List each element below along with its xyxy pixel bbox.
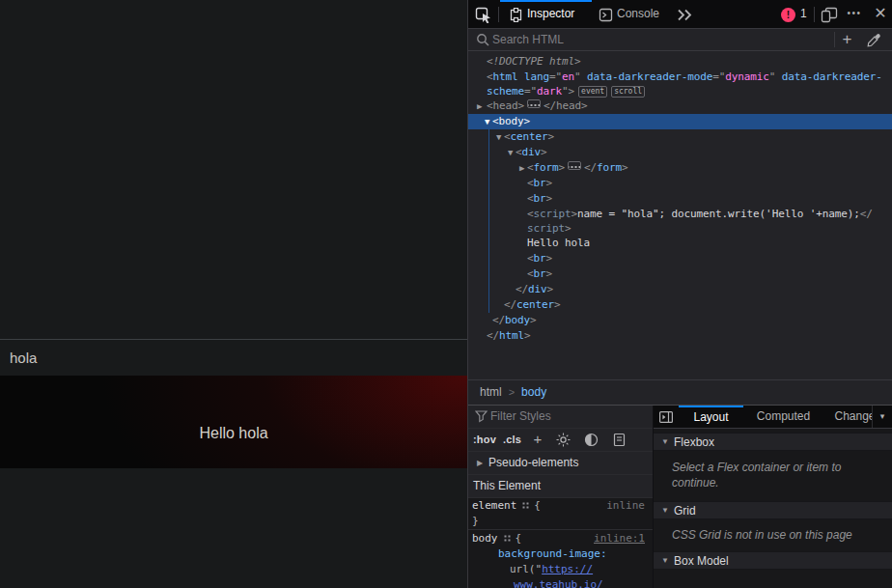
toolbar-separator — [814, 7, 815, 22]
pick-element-icon[interactable] — [475, 7, 492, 23]
markup-line-div-close[interactable]: </div> — [468, 282, 892, 297]
filter-styles-input[interactable]: Filter Styles — [490, 406, 551, 428]
all-tabs-dropdown-icon[interactable]: ▾ — [872, 406, 892, 428]
collapse-arrow-icon[interactable]: ▼ — [508, 145, 513, 160]
collapse-arrow-icon[interactable]: ▼ — [496, 129, 501, 145]
markup-line-body-close[interactable]: </body> — [468, 313, 892, 328]
rules-list: element{inline } body{inline:1 backgroun… — [468, 498, 653, 588]
inline-expander-icon[interactable]: ⋯ — [568, 161, 581, 170]
markup-line-doctype[interactable]: <!DOCTYPE html> — [468, 54, 892, 70]
markup-line-center-close[interactable]: </center> — [468, 297, 892, 313]
markup-token: center — [516, 298, 554, 311]
tab-layout[interactable]: Layout — [679, 406, 743, 428]
value-url-link[interactable]: www.teahub.io/ — [514, 578, 603, 588]
print-simulation-icon[interactable] — [613, 433, 626, 447]
collapse-arrow-icon: ▼ — [661, 502, 669, 519]
add-rule-icon[interactable]: + — [839, 29, 855, 50]
markup-token: </ — [487, 329, 499, 342]
search-bar[interactable]: Search HTML + — [468, 29, 892, 51]
markup-line-head[interactable]: ▶<head>⋯</head> — [468, 98, 892, 114]
meatball-menu-icon[interactable]: ••• — [845, 0, 864, 28]
light-mode-icon[interactable] — [556, 433, 571, 447]
markup-token: > — [622, 161, 628, 174]
markup-line-form[interactable]: ▶<form>⋯</form> — [468, 160, 892, 176]
inline-expander-icon[interactable]: ⋯ — [527, 99, 541, 108]
markup-token: =" — [524, 85, 537, 98]
class-toggle[interactable]: .cls — [503, 429, 521, 451]
markup-token: data-darkreader- — [775, 70, 882, 83]
more-tabs-icon[interactable] — [677, 9, 693, 21]
markup-token: > — [524, 115, 531, 127]
markup-token: data-darkreader-mode — [581, 70, 713, 83]
rule-body-open[interactable]: body{inline:1 — [468, 531, 653, 546]
markup-line-center[interactable]: ▼<center> — [468, 129, 892, 145]
devtools-panel: Inspector Console ! 1 ••• ✕ — [468, 0, 892, 588]
value-url-link[interactable]: https:// — [542, 563, 593, 575]
selected-children-guideline — [488, 129, 489, 313]
rule-brace: { — [534, 499, 541, 512]
sidebar-panels: Filter Styles :hov .cls + — [468, 406, 892, 588]
rule-location: inline — [606, 498, 645, 514]
screen: hola Hello hola Inspector Console — [0, 0, 892, 588]
markup-line-br[interactable]: <br> — [468, 266, 892, 282]
rule-location-link[interactable]: inline:1 — [594, 531, 645, 546]
filter-icon — [475, 410, 488, 423]
rule-element-open[interactable]: element{inline — [468, 498, 653, 514]
tab-console[interactable]: Console — [617, 0, 659, 28]
markup-token: "> — [562, 85, 574, 98]
close-devtools-icon[interactable]: ✕ — [872, 0, 889, 28]
markup-view[interactable]: <!DOCTYPE html><html lang="en" data-dark… — [468, 51, 892, 379]
highlight-selector-icon[interactable] — [503, 534, 512, 543]
error-badge-icon[interactable]: ! — [781, 8, 795, 22]
add-rule-button[interactable]: + — [530, 429, 545, 451]
devtools-splitter[interactable] — [467, 0, 468, 588]
expand-arrow-icon[interactable]: ▶ — [477, 98, 482, 114]
event-badge[interactable]: event — [578, 86, 607, 98]
markup-line-html-open[interactable]: <html lang="en" data-darkreader-mode="dy… — [468, 70, 892, 84]
markup-line-br[interactable]: <br> — [468, 176, 892, 191]
markup-line-html-attrs[interactable]: scheme="dark">eventscroll — [468, 84, 892, 98]
error-count[interactable]: 1 — [800, 0, 807, 28]
collapse-arrow-icon[interactable]: ▼ — [485, 114, 489, 129]
value-prefix: url(" — [510, 563, 542, 575]
rule-element-close: } — [468, 514, 653, 529]
markup-token: > — [546, 252, 553, 265]
tab-inspector[interactable]: Inspector — [527, 0, 574, 28]
highlight-selector-icon[interactable] — [521, 501, 530, 510]
box-model-section-header[interactable]: ▼ Box Model — [654, 551, 892, 570]
markup-line-br[interactable]: <br> — [468, 191, 892, 207]
markup-token: > — [554, 298, 561, 311]
breadcrumb-body[interactable]: body — [521, 385, 546, 399]
tab-computed[interactable]: Computed — [743, 406, 823, 428]
rule-value-line2[interactable]: www.teahub.io/ — [468, 577, 653, 588]
layout-panel: Layout Computed Changes ▾ ▼ Flexbox Sele… — [654, 406, 892, 588]
markup-line-body[interactable]: ▼<body> — [468, 114, 892, 129]
markup-line-br[interactable]: <br> — [468, 251, 892, 266]
rule-brace: } — [472, 515, 479, 527]
scroll-badge[interactable]: scroll — [611, 86, 645, 98]
markup-line-html-close[interactable]: </html> — [468, 328, 892, 344]
search-input[interactable]: Search HTML — [492, 29, 564, 50]
expand-arrow-icon[interactable]: ▶ — [519, 160, 524, 176]
markup-line-text[interactable]: Hello hola — [468, 236, 892, 251]
flexbox-section-header[interactable]: ▼ Flexbox — [654, 433, 892, 451]
dark-mode-icon[interactable] — [584, 433, 599, 447]
markup-token: br — [534, 177, 546, 189]
name-input[interactable]: hola — [0, 339, 467, 376]
grid-section-header[interactable]: ▼ Grid — [654, 501, 892, 519]
pseudo-elements-section[interactable]: ▶ Pseudo-elements — [468, 452, 653, 475]
toolbar-separator — [498, 7, 499, 22]
breadcrumb-html[interactable]: html — [480, 385, 502, 399]
responsive-design-icon[interactable] — [821, 7, 839, 23]
markup-line-script-wrap[interactable]: script> — [468, 221, 892, 236]
this-element-label: This Element — [473, 475, 541, 497]
breadcrumb-chevron-icon: > — [509, 386, 515, 398]
markup-line-div[interactable]: ▼<div> — [468, 145, 892, 160]
pseudo-class-toggle[interactable]: :hov — [473, 429, 496, 451]
rule-value-line1[interactable]: url("https:// — [468, 562, 653, 577]
markup-line-script[interactable]: <script>name = "hola"; document.write('H… — [468, 207, 892, 221]
eyedropper-icon[interactable] — [867, 33, 881, 47]
expand-sidebar-icon[interactable] — [659, 411, 673, 423]
markup-token: form — [597, 161, 622, 174]
rule-property[interactable]: background-image: — [468, 546, 653, 562]
